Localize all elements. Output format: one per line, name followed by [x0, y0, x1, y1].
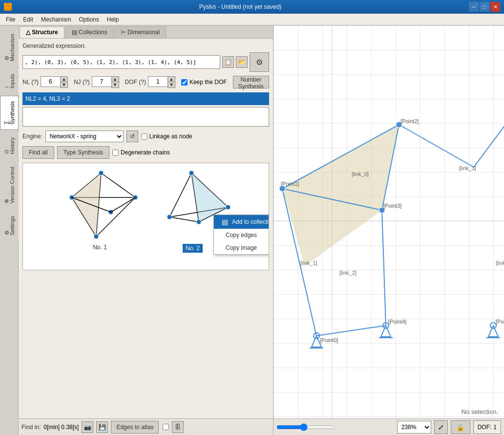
dof-input[interactable] — [148, 76, 168, 87]
linkage-as-node-group: Linkage as node — [141, 133, 192, 140]
nj-group: NJ (?) ▲ ▼ — [74, 76, 119, 88]
expr-input[interactable]: , 2), (0, 3), (0, 5), (1, 2), (1, 3), (1… — [25, 59, 218, 65]
context-copy-image[interactable]: Copy image — [214, 241, 269, 254]
lock-button[interactable]: 🔒 — [451, 420, 470, 434]
linkage-as-node-checkbox[interactable] — [141, 133, 147, 140]
keep-dof-checkbox[interactable] — [181, 79, 188, 86]
copy-expr-button[interactable]: 📋 — [222, 56, 234, 68]
window-title: Pyslvs - Untitled (not yet saved) — [12, 3, 469, 10]
bottom-bar: Find in: 0[min] 0.38[s] 📷 💾 Edges to atl… — [19, 418, 273, 435]
tab-dimensional[interactable]: ⊢ Dimensional — [115, 26, 166, 38]
svg-line-36 — [474, 125, 504, 167]
expr-row: , 2), (0, 3), (0, 5), (1, 2), (1, 3), (1… — [22, 52, 269, 72]
import-expr-button[interactable]: 📂 — [236, 56, 248, 68]
find-all-button[interactable]: Find all — [22, 146, 54, 159]
menu-help[interactable]: Help — [103, 15, 123, 24]
collections-tab-icon: ▤ — [72, 29, 79, 36]
svg-text:[link_0]: [link_0] — [352, 171, 369, 177]
tab-collections[interactable]: ▤ Collections — [65, 26, 114, 38]
atlas-db-button[interactable]: 🗄 — [172, 421, 184, 433]
settings-expr-button[interactable]: ⚙ — [250, 52, 269, 72]
svg-point-22 — [189, 171, 194, 175]
graph-item-1[interactable]: No. 1 — [57, 168, 143, 251]
engine-row: Engine: NetworkX - spring NetworkX - cir… — [22, 130, 269, 142]
synthesis-icon: ∑ — [3, 101, 9, 125]
sidebar-item-history[interactable]: ⊙ History — [0, 132, 19, 159]
engine-reload-button[interactable]: ↺ — [126, 130, 138, 142]
graph-label-1: No. 1 — [93, 244, 107, 251]
menu-edit[interactable]: Edit — [19, 15, 37, 24]
atlas-checkbox[interactable] — [163, 424, 169, 430]
sidebar-tabs: ⚙ Mechanism ↕ Inputs ∑ Synthesis ⊙ Histo… — [0, 25, 19, 435]
nj-up-btn[interactable]: ▲ — [112, 77, 119, 82]
engine-select[interactable]: NetworkX - spring NetworkX - circular Ne… — [45, 130, 124, 142]
titlebar-left — [4, 3, 12, 11]
graph-svg-1 — [57, 168, 143, 244]
number-synthesis-button[interactable]: Number Synthesis — [233, 76, 269, 88]
svg-text:[link: [link — [496, 260, 504, 266]
svg-point-10 — [94, 234, 99, 239]
nl-up-btn[interactable]: ▲ — [61, 77, 67, 82]
menu-options[interactable]: Options — [75, 15, 103, 24]
sidebar-item-synthesis[interactable]: ∑ Synthesis — [0, 96, 19, 130]
menu-file[interactable]: File — [2, 15, 19, 24]
sidebar-item-inputs[interactable]: ↕ Inputs — [0, 68, 19, 94]
linkage-as-node-label: Linkage as node — [149, 133, 192, 140]
zoom-select[interactable]: 238% — [397, 421, 431, 434]
nj-down-btn[interactable]: ▼ — [112, 82, 119, 87]
svg-point-23 — [226, 205, 231, 210]
dimensional-tab-icon: ⊢ — [121, 29, 127, 36]
nj-label: NJ (?) — [74, 79, 90, 86]
svg-line-16 — [169, 173, 191, 217]
zoom-bar: 238% ⤢ 🔒 DOF: 1 — [273, 418, 504, 435]
context-add-to-collections[interactable]: ▤ Add to collections — [214, 215, 269, 229]
degenerate-group: Degenerate chains — [112, 149, 170, 156]
nl-down-btn[interactable]: ▼ — [61, 82, 67, 87]
result-row: NL2 = 4, NL3 = 2 — [22, 92, 269, 105]
context-menu: ▤ Add to collections Copy edges Copy ima… — [213, 215, 269, 255]
tab-structure[interactable]: △ Structure — [20, 26, 64, 38]
type-synthesis-button[interactable]: Type Synthesis — [57, 146, 109, 159]
close-button[interactable]: ✕ — [490, 2, 500, 12]
svg-line-5 — [101, 173, 135, 197]
degenerate-checkbox[interactable] — [112, 150, 119, 156]
svg-marker-28 — [282, 125, 399, 266]
nl-label: NL (?) — [22, 79, 39, 86]
result-area — [22, 107, 269, 127]
mechanism-svg: [Point0] [Point1] [Point2] [Point3] [Poi… — [273, 25, 504, 418]
left-panel: △ Structure ▤ Collections ⊢ Dimensional … — [19, 25, 273, 435]
mechanism-icon: ⚙ — [3, 34, 9, 61]
main-container: ⚙ Mechanism ↕ Inputs ∑ Synthesis ⊙ Histo… — [0, 25, 504, 435]
minimize-button[interactable]: ─ — [469, 2, 479, 12]
canvas-area[interactable]: [Point0] [Point1] [Point2] [Point3] [Poi… — [273, 25, 504, 435]
dof-down-btn[interactable]: ▼ — [168, 82, 175, 87]
nl-spinbox: ▲ ▼ — [41, 76, 68, 88]
nj-input[interactable] — [92, 76, 111, 87]
nj-spinbox: ▲ ▼ — [92, 76, 119, 88]
menu-mechanism[interactable]: Mechanism — [37, 15, 75, 24]
context-copy-edges[interactable]: Copy edges — [214, 229, 269, 241]
screenshot-button[interactable]: 📷 — [82, 421, 93, 433]
sidebar-item-settings[interactable]: ⚙ Settings — [0, 211, 19, 241]
graph-canvas[interactable]: No. 1 — [22, 163, 269, 270]
svg-line-32 — [382, 210, 386, 326]
dof-up-btn[interactable]: ▲ — [168, 77, 175, 82]
svg-marker-0 — [4, 3, 11, 10]
graph-label-2: No. 2 — [183, 244, 203, 253]
edges-to-atlas-button[interactable]: Edges to atlas — [111, 421, 159, 434]
zoom-slider[interactable] — [276, 423, 335, 431]
titlebar: Pyslvs - Untitled (not yet saved) ─ □ ✕ — [0, 0, 504, 14]
fit-view-button[interactable]: ⤢ — [434, 420, 448, 434]
sidebar-item-version-control[interactable]: ⊕ Version Control — [0, 161, 19, 209]
nl-input[interactable] — [41, 76, 60, 87]
add-to-collections-icon: ▤ — [222, 218, 228, 226]
svg-point-11 — [99, 171, 104, 175]
panel-content: Generalized expression: , 2), (0, 3), (0… — [19, 39, 273, 418]
dof-spinbox: ▲ ▼ — [148, 76, 175, 88]
svg-text:[Point4]: [Point4] — [388, 319, 406, 325]
nl-group: NL (?) ▲ ▼ — [22, 76, 68, 88]
restore-button[interactable]: □ — [480, 2, 489, 12]
svg-line-20 — [169, 217, 199, 222]
save-button[interactable]: 💾 — [96, 421, 108, 433]
sidebar-item-mechanism[interactable]: ⚙ Mechanism — [0, 28, 19, 66]
